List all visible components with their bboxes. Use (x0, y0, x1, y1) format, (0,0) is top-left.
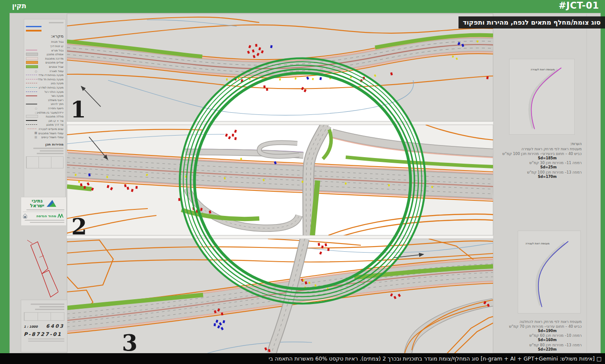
logo-mahod-hendesa: מהוד הנדסה (23, 212, 64, 218)
junction-review-app: { "header": { "status": "תקין", "junctio… (0, 0, 605, 364)
legend-row: עצים מיועדים לעקירה••••• (26, 127, 64, 131)
notes-top: הערות: מעטפת ראות לפי מרחק ראות לעצירהכב… (497, 142, 582, 180)
title-block: 1 : 1000 6403 P-8727-01 (21, 300, 67, 352)
legend-row: חישוף וחפירה○ (26, 106, 64, 111)
status-label: תקין (12, 2, 26, 10)
note-line: Sd=185m (497, 156, 557, 161)
finding-tooltip: סוג צומת/מחלף מתאים לנפח, מהירות ותפקוד (459, 16, 605, 28)
legend-row: שביל אופניים (26, 65, 64, 69)
note-line: רמפה 10– מהירות תכן 60 קמ"ש (497, 333, 582, 338)
design-speed-title: מהירות תכן (26, 142, 64, 146)
legend-row: גבול מגרש (26, 48, 64, 52)
diagram-label-bottom: מעטפת ראות לעצירה (525, 242, 550, 245)
legend-row: סוללה מתוכננת (26, 114, 64, 119)
legend-row: אספלט מתוכנן (26, 52, 64, 57)
note-line: רמפה 13– מהירות תכן 80 קמ"ש (497, 343, 582, 348)
sheet-number: 6403 (46, 323, 64, 329)
legend-row: גבול תכנית (26, 40, 64, 44)
logo-block: נתיבי ישראל מהוד הנדסה (21, 197, 67, 226)
logo-mahod-label: מהוד הנדסה (36, 214, 56, 218)
legend-row: מדרכה מתוכננת (26, 57, 64, 61)
legend-row: מעקה הולכי רגל (26, 89, 64, 94)
mahod-zigzag-icon (57, 214, 64, 218)
section-number-2: 2 (71, 213, 87, 240)
legend-row: מעקה בטון (26, 81, 64, 85)
drawing-number: P-8727-01 (24, 331, 64, 337)
legend-table (26, 156, 64, 168)
header-bar: תקין #JCT-01 (0, 0, 605, 13)
note-line: מעטפת ראות לפי מרחק ראות לעצירה (497, 147, 582, 152)
legend-row: חתך לרוחב (26, 102, 64, 106)
legend-row: ציר + קו תכן (26, 118, 64, 123)
note-line: רמפה 11– מהירות תכן 30 קמ"ש (497, 161, 582, 165)
diagram-label-top: מעטפת ראות לעצירה (531, 68, 555, 71)
logo-netivei-israel: נתיבי ישראל (23, 199, 64, 208)
note-line: Sd=170m (497, 175, 557, 180)
note-line: מעטפת ראות לפי מרחק ראות להחלטה (497, 320, 582, 324)
junction-id-label: #JCT-01 (559, 0, 599, 11)
note-line: כביש 40 – תחום עירוני– מהירות תכן 70 קמ"… (497, 324, 582, 329)
note-line: רמפה 13– מהירות תכן 100 קמ"ש (497, 170, 582, 175)
note-line: Sd=160m (497, 338, 557, 343)
note-line: Sd=25m (497, 165, 557, 170)
legend-row: ירידה/מעבר בין מפלסים○ (26, 110, 64, 114)
legend-row: קו זכות דרך (26, 44, 64, 48)
section-number-3: 3 (122, 329, 137, 356)
legend-row: עמודי חשמל מתוכננים▦ (26, 131, 64, 135)
legend-pre-row (26, 25, 64, 29)
legend-panel: מקרא: גבול תכניתקו זכות דרךגבול מגרשאספל… (24, 19, 66, 198)
legend-row: מעקה בטיחות דו צדדי (26, 73, 64, 77)
note-line: כביש 40 – תחום בינעירוני– מהירות תכן 100… (497, 152, 582, 156)
legend-row: ציר דרך מתוכנן (26, 123, 64, 127)
note-line: Sd=220m (497, 348, 557, 352)
legend-row: מעקה בטיחות חד צדדי (26, 77, 64, 82)
drawing-scale: 1 : 1000 (24, 325, 38, 329)
logo-netivei-line2: ישראל (30, 203, 45, 208)
legend-title: מקרא: (26, 34, 64, 38)
notes-bottom: מעטפת ראות לפי מרחק ראות להחלטהכביש 40 –… (497, 320, 582, 352)
netivei-mountain-icon (46, 199, 57, 208)
notes-title: הערות: (497, 142, 582, 146)
legend-pre-row (26, 29, 64, 33)
legend-pre-swatches (26, 25, 64, 33)
plan-map: 1 (0, 0, 605, 364)
legend-row: עמוד תאורה○ (26, 69, 64, 73)
section-number-1: 1 (70, 96, 86, 123)
legend-row: עמודי חשמל קיימים▦ (26, 135, 64, 139)
location-key-sketch (24, 238, 58, 301)
verification-footer: □ [אימות משולש: n-gram + AI + GPT+Gemini… (0, 353, 605, 364)
legend-row: שוליים מתוכננים (26, 60, 64, 65)
note-line: Sd=190m (497, 329, 557, 334)
institute-emblem-icon (23, 213, 27, 218)
legend-row: מעקה בטיחות למדרון (26, 85, 64, 90)
panel-divider-line (586, 14, 587, 353)
legend-row: מעקה גשר (26, 94, 64, 98)
legend-row: ריצוף משתלב (26, 98, 64, 102)
